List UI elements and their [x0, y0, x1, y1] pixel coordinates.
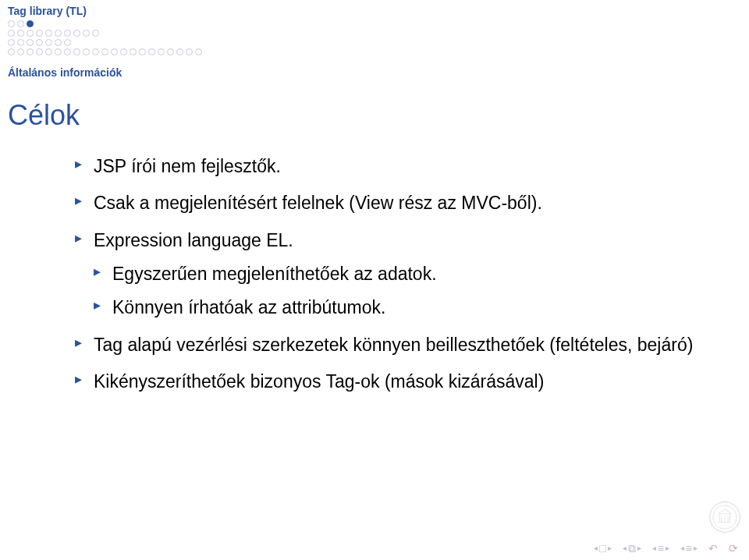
progress-dot — [17, 30, 24, 37]
progress-dot — [45, 39, 52, 46]
progress-dot — [101, 48, 108, 55]
progress-dot — [83, 30, 90, 37]
progress-dot — [27, 48, 34, 55]
bullet-item: Kikényszeríthetőek bizonyos Tag-ok (máso… — [75, 369, 702, 395]
progress-dot — [186, 48, 193, 55]
progress-dot — [92, 30, 99, 37]
progress-dot — [45, 30, 52, 37]
nav-back-icon[interactable]: ↶ — [708, 543, 718, 554]
sub-bullet-list: Egyszerűen megjeleníthetőek az adatok. K… — [94, 261, 702, 321]
progress-dot — [64, 39, 71, 46]
progress-dot — [36, 48, 43, 55]
progress-dot — [158, 48, 165, 55]
progress-dot — [8, 48, 15, 55]
progress-dot — [176, 48, 183, 55]
progress-dot — [55, 48, 62, 55]
bullet-item: JSP írói nem fejlesztők. — [75, 154, 702, 179]
progress-row-1 — [8, 20, 741, 27]
progress-dot — [167, 48, 174, 55]
nav-cycle-icon[interactable]: ⟳ — [729, 543, 738, 554]
progress-dot — [111, 48, 118, 55]
progress-dot — [83, 48, 90, 55]
sub-bullet-item: Könnyen írhatóak az attribútumok. — [94, 295, 702, 321]
bullet-item: Csak a megjelenítésért felelnek (View ré… — [75, 190, 702, 216]
progress-dot — [120, 48, 127, 55]
progress-dot — [92, 48, 99, 55]
progress-dot — [55, 30, 62, 37]
progress-dot — [17, 39, 24, 46]
progress-dot — [139, 48, 146, 55]
institution-logo — [708, 501, 741, 533]
progress-dot — [36, 30, 43, 37]
bullet-item: Tag alapú vezérlési szerkezetek könnyen … — [75, 332, 702, 358]
progress-dot — [8, 30, 15, 37]
progress-dot — [8, 39, 15, 46]
progress-dot — [64, 48, 71, 55]
footer-nav: ◂□▸ ◂⧉▸ ◂≡▸ ◂≡▸ ↶ ⟳ — [594, 543, 738, 554]
bullet-item: Expression language EL. Egyszerűen megje… — [75, 228, 702, 321]
sub-bullet-item: Egyszerűen megjeleníthetőek az adatok. — [94, 261, 702, 287]
subsection-title: Általános információk — [8, 66, 741, 79]
progress-dot — [27, 30, 34, 37]
progress-dot — [55, 39, 62, 46]
progress-row-2 — [8, 30, 741, 37]
progress-dot — [27, 39, 34, 46]
bullet-text: Expression language EL. — [94, 230, 293, 250]
progress-dot — [45, 48, 52, 55]
progress-dot — [195, 48, 202, 55]
progress-dot — [73, 48, 80, 55]
progress-dot — [17, 20, 24, 27]
progress-row-4 — [8, 48, 741, 55]
slide-content: JSP írói nem fejlesztők. Csak a megjelen… — [0, 154, 749, 395]
progress-dot — [36, 39, 43, 46]
progress-row-3 — [8, 39, 741, 46]
progress-dot — [8, 20, 15, 27]
progress-dot — [73, 30, 80, 37]
nav-prev[interactable]: ◂≡▸ — [652, 543, 669, 554]
progress-dot — [64, 30, 71, 37]
slide-title: Célok — [8, 99, 749, 132]
nav-prev-section[interactable]: ◂⧉▸ — [623, 543, 641, 554]
nav-first[interactable]: ◂□▸ — [594, 543, 611, 554]
progress-dot-current — [27, 20, 34, 27]
section-title: Tag library (TL) — [8, 5, 741, 17]
progress-dot — [17, 48, 24, 55]
slide-header: Tag library (TL) Általános információk — [0, 0, 749, 91]
progress-dot — [130, 48, 137, 55]
progress-indicator — [8, 20, 741, 55]
nav-next[interactable]: ◂≡▸ — [680, 543, 698, 554]
bullet-list: JSP írói nem fejlesztők. Csak a megjelen… — [75, 154, 702, 395]
progress-dot — [148, 48, 155, 55]
